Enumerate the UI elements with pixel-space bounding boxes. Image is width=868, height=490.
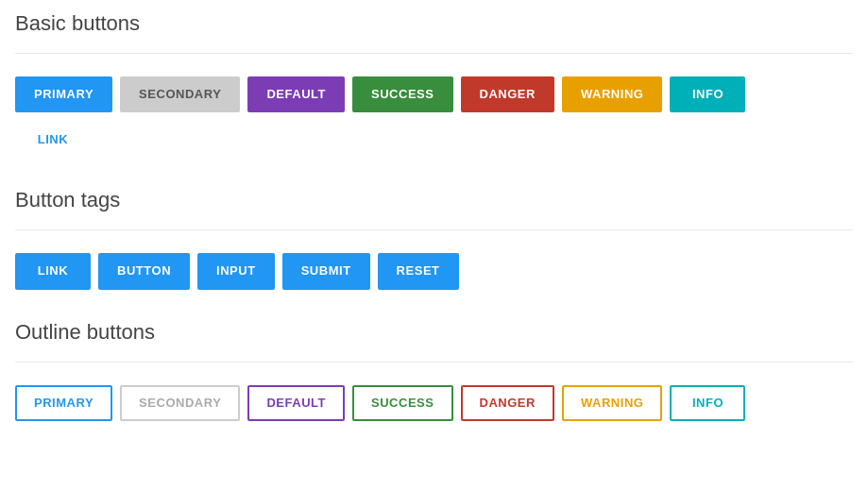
basic-buttons-row: PRIMARY SECONDARY DEFAULT SUCCESS DANGER… [15,76,853,112]
outline-btn-default[interactable]: DEFAULT [247,385,345,421]
btn-primary[interactable]: PRIMARY [15,76,112,112]
btn-success[interactable]: SUCCESS [352,76,453,112]
btn-secondary[interactable]: SECONDARY [120,76,240,112]
section-divider [15,53,853,54]
section-divider-outline [15,362,853,363]
button-tags-title: Button tags [15,188,853,212]
button-tags-row: LINK BUTTON [15,253,853,289]
outline-btn-danger[interactable]: DANGER [461,385,554,421]
tag-input-btn[interactable] [197,253,275,289]
tag-submit-btn[interactable] [282,253,370,289]
tag-button-btn[interactable]: BUTTON [98,253,190,289]
outline-btn-warning[interactable]: WARNING [562,385,662,421]
basic-buttons-title: Basic buttons [15,11,853,36]
btn-default[interactable]: DEFAULT [247,76,345,112]
outline-btn-secondary[interactable]: SECONDARY [120,385,240,421]
section-divider-tags [15,229,853,230]
btn-link[interactable]: LINK [15,122,91,158]
outline-btn-info[interactable]: INFO [670,385,745,421]
outline-buttons-row: PRIMARY SECONDARY DEFAULT SUCCESS DANGER… [15,385,853,421]
basic-buttons-section: Basic buttons PRIMARY SECONDARY DEFAULT … [15,11,853,158]
outline-btn-primary[interactable]: PRIMARY [15,385,112,421]
btn-warning[interactable]: WARNING [562,76,662,112]
outline-btn-success[interactable]: SUCCESS [352,385,453,421]
tag-link-btn[interactable]: LINK [15,253,91,289]
tag-reset-btn[interactable] [378,253,459,289]
button-tags-section: Button tags LINK BUTTON [15,188,853,289]
outline-buttons-title: Outline buttons [15,320,853,345]
outline-buttons-section: Outline buttons PRIMARY SECONDARY DEFAUL… [15,320,853,421]
btn-info[interactable]: INFO [670,76,745,112]
basic-link-row: LINK [15,122,853,158]
btn-danger[interactable]: DANGER [461,76,554,112]
